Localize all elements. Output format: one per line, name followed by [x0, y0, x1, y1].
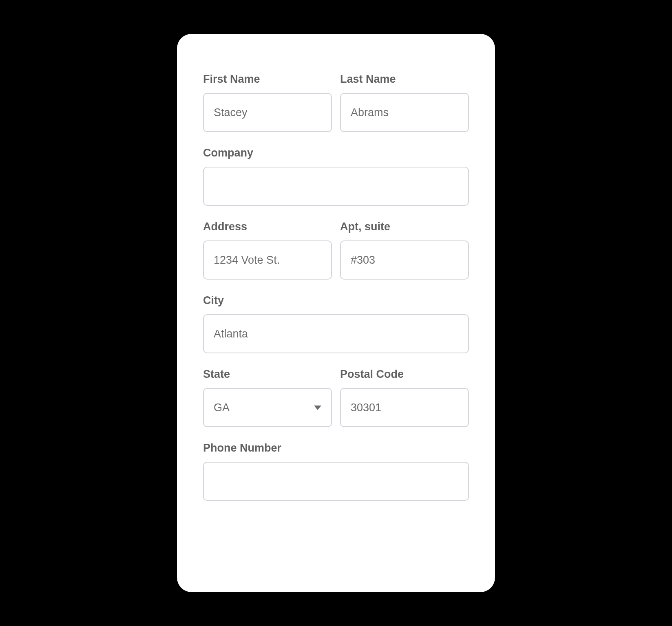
first-name-input[interactable] — [203, 93, 332, 132]
first-name-field: First Name — [203, 73, 332, 132]
address-label: Address — [203, 220, 332, 233]
form-card: First Name Last Name Company Address Apt… — [177, 34, 495, 592]
last-name-input[interactable] — [340, 93, 469, 132]
city-field: City — [203, 294, 469, 353]
postal-label: Postal Code — [340, 368, 469, 381]
state-label: State — [203, 368, 332, 381]
city-label: City — [203, 294, 469, 307]
company-label: Company — [203, 147, 469, 159]
address-input[interactable] — [203, 240, 332, 280]
last-name-field: Last Name — [340, 73, 469, 132]
postal-input[interactable] — [340, 388, 469, 427]
first-name-label: First Name — [203, 73, 332, 86]
address-field: Address — [203, 220, 332, 280]
state-value: GA — [214, 401, 230, 414]
phone-field: Phone Number — [203, 442, 469, 501]
apt-field: Apt, suite — [340, 220, 469, 280]
state-select[interactable]: GA — [203, 388, 332, 427]
phone-input[interactable] — [203, 462, 469, 501]
city-input[interactable] — [203, 314, 469, 353]
phone-label: Phone Number — [203, 442, 469, 454]
apt-label: Apt, suite — [340, 220, 469, 233]
postal-field: Postal Code — [340, 368, 469, 427]
company-field: Company — [203, 147, 469, 206]
apt-input[interactable] — [340, 240, 469, 280]
company-input[interactable] — [203, 167, 469, 206]
chevron-down-icon — [314, 406, 321, 410]
last-name-label: Last Name — [340, 73, 469, 86]
state-field: State GA — [203, 368, 332, 427]
